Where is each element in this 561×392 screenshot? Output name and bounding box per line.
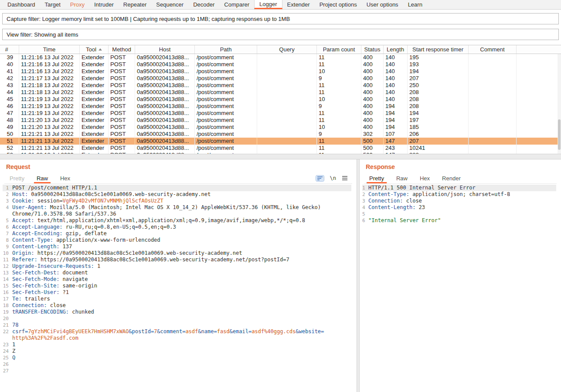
- column-header-host[interactable]: Host: [135, 45, 195, 54]
- column-header-start-response-timer[interactable]: Start response timer: [408, 45, 469, 54]
- panel-divider[interactable]: [357, 159, 360, 392]
- line-number: 2: [3, 191, 12, 198]
- cell-status: 400: [361, 103, 384, 110]
- column-header-length[interactable]: Length: [384, 45, 408, 54]
- response-tab-hex[interactable]: Hex: [415, 173, 435, 183]
- cell-filler: [517, 138, 561, 145]
- token: http%3A%2F%2Fasdf.com: [12, 335, 78, 341]
- capture-filter-bar[interactable]: Capture filter: Logger memory limit set …: [2, 13, 559, 24]
- line-number: 1: [3, 185, 12, 191]
- menu-tab-learn[interactable]: Learn: [403, 0, 427, 9]
- cell-path: /post/comment: [195, 61, 257, 68]
- table-row[interactable]: 4011:21:16 13 Jul 2022ExtenderPOST0a9500…: [0, 61, 561, 68]
- cell-param_count: 9: [317, 131, 361, 138]
- column-header-[interactable]: #: [0, 45, 19, 54]
- cell-start_response_timer: 197: [408, 117, 469, 124]
- editor-line: 1HTTP/1.1 500 Internal Server Error: [362, 185, 556, 191]
- column-header-time[interactable]: Time: [19, 45, 80, 54]
- cell-length: 140: [384, 54, 408, 61]
- column-header-comment[interactable]: Comment: [469, 45, 517, 54]
- cell-path: /post/comment: [195, 145, 257, 152]
- response-tab-pretty[interactable]: Pretty: [364, 173, 389, 183]
- line-number: 26: [3, 361, 12, 368]
- menu-tab-comparer[interactable]: Comparer: [219, 0, 254, 9]
- request-tab-raw[interactable]: Raw: [31, 173, 53, 183]
- newline-glyph-icon[interactable]: \n: [330, 175, 336, 181]
- table-row[interactable]: 4411:21:18 13 Jul 2022ExtenderPOST0a9500…: [0, 89, 561, 96]
- view-filter-text: View filter: Showing all items: [7, 31, 78, 38]
- table-row[interactable]: 4811:21:20 13 Jul 2022ExtenderPOST0a9500…: [0, 117, 561, 124]
- menu-tab-dashboard[interactable]: Dashboard: [3, 0, 40, 9]
- view-filter-bar[interactable]: View filter: Showing all items: [2, 29, 559, 40]
- request-tab-hex[interactable]: Hex: [55, 173, 75, 183]
- cell-start_response_timer: 250: [408, 82, 469, 89]
- line-content: HTTP/1.1 500 Internal Server Error: [368, 185, 547, 191]
- response-tab-render[interactable]: Render: [437, 173, 466, 183]
- cell-method: POST: [109, 110, 135, 117]
- menu-tab-target[interactable]: Target: [40, 0, 65, 9]
- request-panel: Request PrettyRawHex \n 1POST /post: [0, 159, 357, 392]
- horizontal-splitter[interactable]: [0, 154, 561, 159]
- menu-tab-repeater[interactable]: Repeater: [119, 0, 151, 9]
- column-header-status[interactable]: Status: [361, 45, 384, 54]
- table-scrollbar-thumb[interactable]: [558, 119, 561, 150]
- cell-num: 43: [0, 82, 19, 89]
- word-wrap-icon[interactable]: [316, 175, 324, 182]
- line-content: [12, 368, 326, 374]
- cell-tool: Extender: [80, 131, 109, 138]
- cell-method: POST: [109, 68, 135, 75]
- token: close: [47, 302, 65, 308]
- editor-line: 2Content-Type: application/json; charset…: [362, 191, 556, 198]
- editor-menu-icon[interactable]: [342, 176, 348, 181]
- cell-time: 11:21:18 13 Jul 2022: [19, 89, 80, 96]
- cell-method: POST: [109, 124, 135, 131]
- column-header-tool[interactable]: Tool: [80, 45, 109, 54]
- table-row[interactable]: 5011:21:21 13 Jul 2022ExtenderPOST0a9500…: [0, 131, 561, 138]
- line-content: Sec-Fetch-Mode: navigate: [12, 276, 326, 283]
- cell-path: /post/comment: [195, 89, 257, 96]
- response-editor[interactable]: 1HTTP/1.1 500 Internal Server Error2Cont…: [362, 185, 556, 224]
- table-row[interactable]: 4511:21:19 13 Jul 2022ExtenderPOST0a9500…: [0, 96, 561, 103]
- cell-param_count: 9: [317, 75, 361, 82]
- column-header-path[interactable]: Path: [195, 45, 257, 54]
- token: csrf=: [12, 328, 28, 335]
- cell-time: 11:21:21 13 Jul 2022: [19, 145, 80, 152]
- cell-method: POST: [109, 89, 135, 96]
- cell-num: 40: [0, 61, 19, 68]
- table-row[interactable]: 5111:21:21 13 Jul 2022ExtenderPOST0a9500…: [0, 138, 561, 145]
- menu-tab-decoder[interactable]: Decoder: [188, 0, 219, 9]
- line-number: 13: [3, 270, 12, 276]
- menu-tab-intruder[interactable]: Intruder: [89, 0, 119, 9]
- table-row[interactable]: 4311:21:18 13 Jul 2022ExtenderPOST0a9500…: [0, 82, 561, 89]
- table-row[interactable]: 5211:21:21 13 Jul 2022ExtenderPOST0a9500…: [0, 145, 561, 152]
- cell-start_response_timer: 208: [408, 96, 469, 103]
- response-tab-raw[interactable]: Raw: [391, 173, 413, 183]
- column-header-param-count[interactable]: Param count: [317, 45, 361, 54]
- menu-tab-extender[interactable]: Extender: [282, 0, 315, 9]
- menu-tab-user-options[interactable]: User options: [362, 0, 403, 9]
- table-row[interactable]: 4111:21:16 13 Jul 2022ExtenderPOST0a9500…: [0, 68, 561, 75]
- token: POST /post/comment HTTP/1.1: [12, 185, 97, 191]
- line-content: "Internal Server Error": [368, 217, 547, 224]
- token: &email=: [230, 328, 252, 335]
- table-row[interactable]: 4211:21:17 13 Jul 2022ExtenderPOST0a9500…: [0, 75, 561, 82]
- request-editor-toolbar: \n: [316, 173, 348, 183]
- table-row[interactable]: 4911:21:20 13 Jul 2022ExtenderPOST0a9500…: [0, 124, 561, 131]
- table-row[interactable]: 4611:21:19 13 Jul 2022ExtenderPOST0a9500…: [0, 103, 561, 110]
- column-header-method[interactable]: Method: [109, 45, 135, 54]
- cell-param_count: 11: [317, 89, 361, 96]
- menu-tab-proxy[interactable]: Proxy: [65, 0, 89, 9]
- line-content: Cookie: session=VgFWy4D2vMfON7vMNMhjQlSc…: [12, 198, 326, 204]
- menu-tab-sequencer[interactable]: Sequencer: [151, 0, 188, 9]
- request-editor[interactable]: 1POST /post/comment HTTP/1.12Host: 0a950…: [3, 185, 351, 374]
- table-row[interactable]: 3911:21:16 13 Jul 2022ExtenderPOST0a9500…: [0, 54, 561, 61]
- cell-param_count: 10: [317, 68, 361, 75]
- menu-tab-project-options[interactable]: Project options: [315, 0, 362, 9]
- table-row[interactable]: 4711:21:19 13 Jul 2022ExtenderPOST0a9500…: [0, 110, 561, 117]
- column-header-query[interactable]: Query: [257, 45, 317, 54]
- line-content: 1: [12, 341, 326, 348]
- table-scrollbar[interactable]: [558, 54, 561, 154]
- menu-tab-logger[interactable]: Logger: [254, 0, 282, 9]
- cell-host: 0a9500020413d88...: [135, 110, 195, 117]
- table-body: 3911:21:16 13 Jul 2022ExtenderPOST0a9500…: [0, 54, 561, 154]
